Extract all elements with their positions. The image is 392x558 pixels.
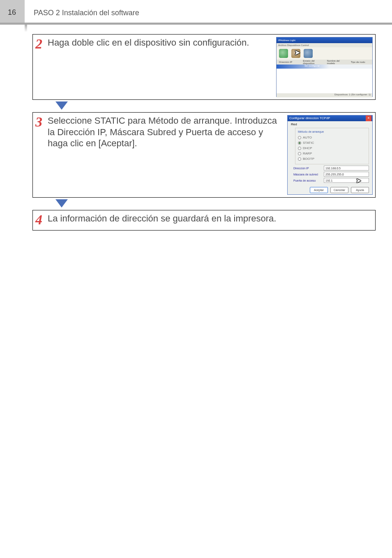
header-title: PASO 2 Instalación del software <box>34 9 139 17</box>
gw-label: Puerta de acceso <box>293 179 324 182</box>
step-2-text: Haga doble clic en el dispositivo sin co… <box>48 35 274 53</box>
cursor-icon: ➤ <box>294 48 300 57</box>
toolbar-info-icon <box>304 49 313 58</box>
step-2-thumb-wrap: IPAddress Light Archivo Dispositivos Con… <box>274 35 375 99</box>
step-3-thumb-wrap: Configurar dirección TCP/IP × Red Método… <box>285 113 375 197</box>
page-number: 16 <box>8 8 16 17</box>
step-3-num: 3 <box>33 113 48 130</box>
step-4-box: 4 La información de dirección se guardar… <box>32 210 376 231</box>
tab-shadow <box>25 24 27 32</box>
svg-marker-0 <box>55 101 68 110</box>
step-3-text: Seleccione STATIC para Método de arranqu… <box>48 113 285 153</box>
cancel-button[interactable]: Cancelar <box>330 187 348 193</box>
fieldset-legend: Método de arranque <box>298 130 366 134</box>
app-thumbnail: IPAddress Light Archivo Dispositivos Con… <box>276 37 373 97</box>
svg-marker-1 <box>55 199 68 208</box>
radio-auto[interactable]: AUTO <box>298 135 366 140</box>
radio-bootp[interactable]: BOOTP <box>298 156 366 161</box>
app-toolbar <box>277 47 372 60</box>
arrow-sep-2 <box>32 198 376 210</box>
boot-method-fieldset: Método de arranque AUTO STATIC DHCP RARP… <box>295 128 369 164</box>
app-status: Dispositivos: 1 (Sin configurar: 1) <box>277 93 372 97</box>
col4: Tipo de nodo <box>348 61 372 63</box>
tcpip-dialog: Configurar dirección TCP/IP × Red Método… <box>287 115 373 195</box>
col1: Dirección IP <box>277 61 300 63</box>
step-4-num: 4 <box>33 210 48 228</box>
dialog-title: Configurar dirección TCP/IP <box>288 115 372 121</box>
radio-rarp[interactable]: RARP <box>298 151 366 156</box>
dialog-buttons: Aceptar Cancelar Ayuda <box>288 187 369 193</box>
cursor-icon: ➤ <box>356 178 361 183</box>
mask-label: Máscara de subred <box>293 173 324 176</box>
step-3-box: 3 Seleccione STATIC para Método de arran… <box>32 112 376 198</box>
app-title: IPAddress Light <box>277 37 372 43</box>
gw-row: Puerta de acceso 192.1➤ <box>293 178 369 183</box>
down-arrow-icon <box>55 101 68 111</box>
ip-row: Dirección IP 192.168.0.5 <box>293 166 369 171</box>
step-4-text: La información de dirección se guardará … <box>48 210 375 228</box>
content: 2 Haga doble clic en el dispositivo sin … <box>32 34 376 231</box>
gw-input[interactable]: 192.1➤ <box>324 178 369 183</box>
mask-input[interactable]: 255.255.255.0 <box>324 172 369 177</box>
toolbar-refresh-icon <box>279 49 288 58</box>
arrow-sep-1 <box>32 100 376 112</box>
accept-button[interactable]: Aceptar <box>310 187 328 193</box>
ip-label: Dirección IP <box>293 167 324 170</box>
ip-input[interactable]: 192.168.0.5 <box>324 166 369 171</box>
step-2-box: 2 Haga doble clic en el dispositivo sin … <box>32 34 376 100</box>
dialog-close-icon[interactable]: × <box>366 115 371 121</box>
radio-dhcp[interactable]: DHCP <box>298 145 366 151</box>
step-2-num: 2 <box>33 35 48 52</box>
col3: Nombre del modelo <box>325 60 348 65</box>
app-menu: Archivo Dispositivos Control <box>277 43 372 47</box>
app-body <box>277 69 372 93</box>
red-label: Red <box>291 122 372 126</box>
header-rule <box>0 23 392 25</box>
selected-row: Sin configurar <box>277 65 372 69</box>
radio-static[interactable]: STATIC <box>298 140 366 145</box>
col2: Estado del dispositivo <box>300 60 324 65</box>
mask-row: Máscara de subred 255.255.255.0 <box>293 172 369 177</box>
down-arrow-icon <box>55 199 68 208</box>
app-columns: Dirección IP Estado del dispositivo Nomb… <box>277 60 372 65</box>
help-button[interactable]: Ayuda <box>351 187 369 193</box>
